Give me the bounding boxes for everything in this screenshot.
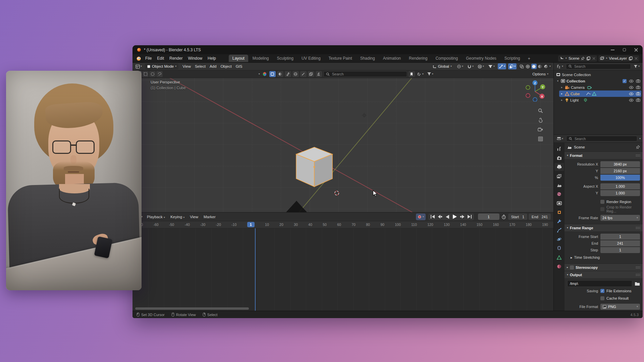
- playhead-line[interactable]: [255, 228, 256, 311]
- crop-region-checkbox[interactable]: [600, 207, 604, 211]
- viewport-menu-item[interactable]: Select: [193, 64, 208, 69]
- render-visibility-icon[interactable]: [636, 85, 640, 89]
- chevron-down-icon[interactable]: ▾: [549, 65, 551, 68]
- options-button[interactable]: Options ▾: [530, 71, 551, 77]
- outliner-filter-button[interactable]: ▾: [633, 63, 641, 69]
- select-box-icon[interactable]: [142, 71, 149, 77]
- unlink-scene-icon[interactable]: [592, 57, 595, 60]
- tab-modifiers[interactable]: [554, 217, 564, 225]
- outliner-row-light[interactable]: ▸ Light: [559, 97, 641, 103]
- playback-menu[interactable]: Playback ▾: [145, 214, 167, 220]
- workspace-tab[interactable]: Rendering: [405, 55, 431, 62]
- shading-rendered-icon[interactable]: [543, 64, 549, 69]
- current-frame-field[interactable]: 1: [478, 214, 499, 220]
- prev-keyframe-button[interactable]: [437, 214, 443, 220]
- workspace-tab[interactable]: UV Editing: [298, 55, 324, 62]
- aspect-x-field[interactable]: 1.000: [600, 183, 640, 189]
- tab-physics[interactable]: [554, 235, 564, 243]
- jump-to-start-button[interactable]: [429, 214, 436, 220]
- navigation-gizmo[interactable]: Z Y X: [524, 79, 546, 102]
- menu-item[interactable]: File: [143, 55, 154, 62]
- workspace-tab[interactable]: Layout: [229, 55, 248, 62]
- pin-icon[interactable]: [636, 145, 640, 149]
- resolution-percent-field[interactable]: 100%: [600, 175, 640, 181]
- show-overlays-button[interactable]: ▾: [508, 63, 517, 69]
- view-menu[interactable]: View: [188, 214, 200, 220]
- snapping-button[interactable]: ▾: [466, 63, 475, 69]
- show-gizmo-button[interactable]: ▾: [498, 63, 506, 69]
- render-region-checkbox[interactable]: [600, 200, 604, 204]
- tab-object[interactable]: [554, 208, 564, 216]
- workspace-tab[interactable]: Modeling: [249, 55, 273, 62]
- title-bar[interactable]: * (Unsaved) - Blender 4.5.3 LTS: [132, 45, 643, 54]
- output-panel-header[interactable]: ▾ Output: [565, 271, 643, 278]
- camera-view-icon[interactable]: [537, 126, 544, 133]
- workspace-tab[interactable]: Texture Paint: [325, 55, 356, 62]
- filter-fluid-icon[interactable]: [292, 71, 299, 77]
- resolution-y-field[interactable]: 2160 px: [600, 168, 640, 174]
- cache-result-checkbox[interactable]: [600, 296, 604, 300]
- eye-icon[interactable]: [629, 86, 634, 89]
- cube-object[interactable]: [294, 146, 334, 188]
- file-format-field[interactable]: PNG ▾: [600, 304, 640, 310]
- view-layer-selector[interactable]: ▾ ViewLayer: [598, 55, 639, 62]
- time-stretching-subpanel[interactable]: ▸Time Stretching: [567, 254, 640, 261]
- frame-end-value[interactable]: 241: [600, 240, 640, 246]
- tab-collection[interactable]: [554, 199, 564, 207]
- frame-step-value[interactable]: 1: [600, 247, 640, 253]
- workspace-tab[interactable]: Geometry Nodes: [462, 55, 500, 62]
- stereoscopy-checkbox[interactable]: [570, 265, 574, 269]
- select-circle-icon[interactable]: [149, 71, 156, 77]
- play-reverse-button[interactable]: [444, 214, 451, 220]
- remove-view-layer-icon[interactable]: [635, 57, 638, 60]
- render-visibility-icon[interactable]: [636, 79, 640, 83]
- eye-icon[interactable]: [629, 79, 634, 83]
- display-mode-button[interactable]: ▾: [416, 71, 425, 77]
- filter-sphere-icon[interactable]: [277, 71, 283, 77]
- outliner-editor-type-button[interactable]: ▾: [556, 63, 564, 69]
- tab-object-data[interactable]: [554, 253, 564, 261]
- timeline-ruler[interactable]: -70-60-50-40-30-20-10 1 1020304050607080…: [132, 221, 553, 228]
- toggle-ortho-icon[interactable]: [537, 135, 544, 142]
- tab-material[interactable]: [554, 262, 564, 270]
- light-object[interactable]: [361, 112, 367, 118]
- bookmark-icon[interactable]: [409, 71, 415, 77]
- outliner-row-collection[interactable]: ▾ Collection ✓: [555, 78, 641, 84]
- auto-keying-button[interactable]: ▾: [416, 214, 426, 220]
- output-path-field[interactable]: /tmp\: [567, 280, 632, 287]
- folder-icon[interactable]: [635, 282, 640, 286]
- play-button[interactable]: [451, 214, 458, 220]
- use-preview-range-icon[interactable]: [501, 215, 506, 219]
- frame-range-panel-header[interactable]: ▾ Frame Range: [565, 224, 643, 231]
- render-visibility-icon[interactable]: [636, 98, 640, 102]
- menu-item[interactable]: Window: [185, 55, 205, 62]
- format-panel-header[interactable]: ▾ Format: [565, 152, 643, 159]
- file-extensions-checkbox[interactable]: ✓: [600, 289, 604, 293]
- viewport-menu-item[interactable]: Add: [208, 64, 218, 69]
- pin-icon[interactable]: [581, 57, 585, 60]
- viewport-3d[interactable]: User Perspective (1) Collection | Cube: [132, 78, 553, 212]
- view-object-types-button[interactable]: ▾: [487, 63, 496, 69]
- close-icon[interactable]: [634, 48, 638, 52]
- move-view-icon[interactable]: [537, 116, 544, 124]
- workspace-tab[interactable]: Shading: [357, 55, 379, 62]
- resolution-x-field[interactable]: 3840 px: [600, 161, 640, 167]
- maximize-icon[interactable]: [623, 48, 626, 52]
- frame-start-value[interactable]: 1: [600, 234, 640, 240]
- outliner-row-camera[interactable]: ▸ Camera: [559, 84, 641, 90]
- filter-button[interactable]: ▾: [426, 71, 434, 77]
- collection-checkbox[interactable]: ✓: [623, 79, 627, 83]
- frame-rate-field[interactable]: 24 fps▾: [600, 215, 640, 221]
- eye-icon[interactable]: [629, 92, 634, 96]
- viewport-menu-item[interactable]: GIS: [234, 64, 245, 69]
- workspace-tab[interactable]: Sculpting: [273, 55, 297, 62]
- playhead-label[interactable]: 1: [247, 222, 255, 227]
- chevron-down-icon[interactable]: ▾: [556, 79, 559, 82]
- aspect-y-field[interactable]: 1.000: [600, 190, 640, 196]
- workspace-tab[interactable]: Scripting: [501, 55, 524, 62]
- workspace-tab[interactable]: Compositing: [432, 55, 462, 62]
- menu-item[interactable]: Render: [167, 55, 185, 62]
- tab-particles[interactable]: [554, 226, 564, 234]
- chevron-down-icon[interactable]: ▾: [639, 137, 641, 140]
- filter-brush-icon[interactable]: [300, 71, 307, 77]
